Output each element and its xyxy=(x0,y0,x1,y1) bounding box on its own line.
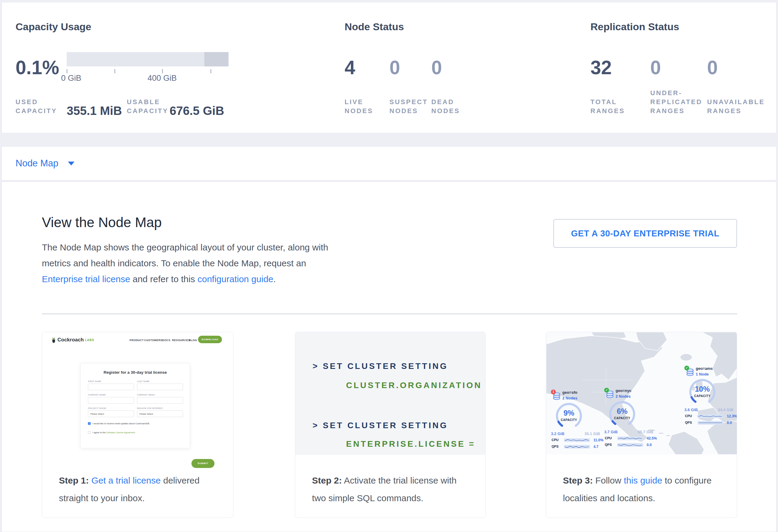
dead-nodes-value: 0 xyxy=(431,57,442,78)
mini-nav-product: PRODUCT xyxy=(130,339,144,342)
cockroach-bug-icon xyxy=(52,337,56,343)
cpu-sparkline xyxy=(617,437,643,440)
suspect-nodes-label: SUSPECTNODES xyxy=(389,97,428,116)
usable-capacity-value: 676.5 GiB xyxy=(170,104,224,118)
company-email-field xyxy=(137,397,183,404)
checked-checkbox-icon: ✓ xyxy=(88,422,91,425)
capacity-tick xyxy=(114,69,115,73)
reason-select: Please Select xyxy=(137,410,183,417)
usable-capacity-label: USABLECAPACITY xyxy=(127,97,168,116)
page-title: View the Node Map xyxy=(42,214,162,230)
capacity-gauge: 10% CAPACITY xyxy=(688,378,717,406)
first-name-field xyxy=(88,384,134,390)
cockroach-labs-logo: Cockroach LABS xyxy=(52,337,94,343)
capacity-usage-title: Capacity Usage xyxy=(15,21,91,32)
sql-prompt: > xyxy=(313,362,319,371)
capacity-tick xyxy=(162,69,163,73)
capacity-bar xyxy=(67,52,229,66)
mini-nav-docs: DOCS xyxy=(162,339,170,342)
email-updates-checkbox: ✓ I would like to receive email updates … xyxy=(88,422,150,425)
total-ranges-value: 32 xyxy=(591,57,612,78)
capacity-percent: 0.1% xyxy=(15,57,59,78)
step2-card: > SET CLUSTER SETTING CLUSTER.ORGANIZATI… xyxy=(295,332,485,518)
node-map-intro-section: View the Node Map The Node Map shows the… xyxy=(1,181,777,532)
get-enterprise-trial-button[interactable]: GET A 30-DAY ENTERPRISE TRIAL xyxy=(553,219,737,248)
node-status-title: Node Status xyxy=(344,21,404,32)
capacity-tick-label: 400 GiB xyxy=(141,74,183,83)
section-divider xyxy=(42,314,737,314)
node-map-dropdown-label: Node Map xyxy=(15,158,58,169)
used-capacity-value: 355.1 MiB xyxy=(67,104,122,118)
mini-submit-button: SUBMIT xyxy=(191,459,215,468)
mini-nav-customers: CUSTOMERS xyxy=(144,339,162,342)
step3-card: 1 geo=sfo 2 Nodes 9% CAPACITY 3.2 GiB xyxy=(546,332,737,518)
view-selector-bar: Node Map xyxy=(1,146,777,180)
sql-prompt: > xyxy=(313,421,319,430)
under-replicated-label: UNDER-REPLICATEDRANGES xyxy=(650,89,702,116)
chevron-down-icon xyxy=(68,162,74,165)
this-guide-link[interactable]: this guide xyxy=(624,475,662,485)
step2-caption: Step 2: Activate the trial license with … xyxy=(312,471,468,507)
configuration-guide-link[interactable]: configuration guide xyxy=(198,274,274,284)
form-title: Register for a 30-day trial license xyxy=(81,370,189,375)
license-agreement-checkbox: I agree to the Software License Agreemen… xyxy=(88,431,136,434)
qps-sparkline xyxy=(617,443,643,447)
trial-license-form: Register for a 30-day trial license FIRS… xyxy=(80,363,190,448)
node-map-preview: 1 geo=sfo 2 Nodes 9% CAPACITY 3.2 GiB xyxy=(546,332,737,455)
unavailable-value: 0 xyxy=(707,57,718,78)
error-badge: 1 xyxy=(551,390,556,394)
ok-badge: ✓ xyxy=(604,388,609,393)
total-ranges-label: TOTALRANGES xyxy=(591,97,625,116)
intro-paragraph: The Node Map shows the geographical layo… xyxy=(42,239,329,287)
capacity-tick xyxy=(211,69,211,73)
mini-nav-blog: BLOG xyxy=(189,339,197,342)
step1-card: Cockroach LABS PRODUCT CUSTOMERS DOCS RE… xyxy=(42,332,233,518)
live-nodes-value: 4 xyxy=(344,57,355,78)
sql-commands-graphic: > SET CLUSTER SETTING CLUSTER.ORGANIZATI… xyxy=(295,332,485,455)
company-name-field xyxy=(88,397,134,404)
suspect-nodes-value: 0 xyxy=(389,57,400,78)
step1-caption: Step 1: Get a trial license delivered st… xyxy=(59,471,215,507)
qps-sparkline xyxy=(698,421,723,425)
project-phase-select: Please Select xyxy=(88,410,134,417)
unchecked-checkbox-icon xyxy=(88,431,91,434)
capacity-gauge: 6% CAPACITY xyxy=(608,400,636,429)
qps-sparkline xyxy=(564,445,590,449)
get-trial-license-link[interactable]: Get a trial license xyxy=(91,475,161,485)
live-nodes-label: LIVENODES xyxy=(344,97,373,116)
step3-caption: Step 3: Follow this guide to configure l… xyxy=(563,471,718,507)
unavailable-label: UNAVAILABLERANGES xyxy=(707,97,765,116)
under-replicated-value: 0 xyxy=(650,57,661,78)
mini-download-button: DOWNLOAD xyxy=(198,336,222,343)
capacity-gauge: 9% CAPACITY xyxy=(555,401,583,430)
used-capacity-label: USEDCAPACITY xyxy=(15,97,57,116)
cpu-sparkline xyxy=(564,438,590,442)
enterprise-trial-license-link[interactable]: Enterprise trial license xyxy=(42,274,130,284)
capacity-tick-label: 0 GiB xyxy=(53,74,89,83)
capacity-tick xyxy=(67,69,67,73)
cluster-summary-panel: Capacity Usage 0.1% 0 GiB 400 GiB USEDCA… xyxy=(1,2,777,133)
ok-badge: ✓ xyxy=(684,366,689,370)
dead-nodes-label: DEADNODES xyxy=(431,97,460,116)
node-map-dropdown[interactable]: Node Map xyxy=(15,147,74,180)
mini-nav-resources: RESOURCES xyxy=(172,339,190,342)
replication-status-title: Replication Status xyxy=(591,21,679,32)
capacity-bar-reserved-segment xyxy=(204,52,229,66)
last-name-field xyxy=(137,384,183,390)
cpu-sparkline xyxy=(698,414,723,418)
registration-screenshot: Cockroach LABS PRODUCT CUSTOMERS DOCS RE… xyxy=(42,332,233,455)
